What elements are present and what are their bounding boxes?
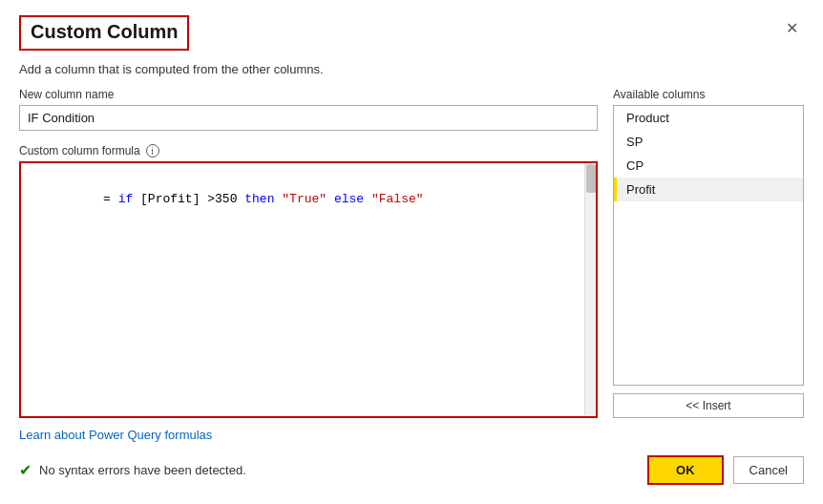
formula-scroll-thumb bbox=[586, 164, 596, 193]
content-area: New column name Custom column formula i … bbox=[0, 88, 823, 418]
insert-button[interactable]: << Insert bbox=[613, 393, 804, 418]
column-item-cp[interactable]: CP bbox=[614, 154, 803, 178]
formula-scrollbar[interactable] bbox=[584, 163, 596, 416]
status-row: ✔ No syntax errors have been detected. O… bbox=[19, 455, 804, 489]
footer-section: Learn about Power Query formulas ✔ No sy… bbox=[0, 418, 823, 504]
available-columns-label: Available columns bbox=[613, 88, 804, 101]
column-name-label: New column name bbox=[19, 88, 598, 101]
formula-label: Custom column formula bbox=[19, 144, 140, 158]
learn-link[interactable]: Learn about Power Query formulas bbox=[19, 428, 212, 442]
title-box: Custom Column bbox=[19, 15, 189, 51]
check-icon: ✔ bbox=[19, 461, 32, 479]
right-panel: Available columns Product SP CP Profit <… bbox=[613, 88, 804, 418]
formula-display[interactable]: = if [Profit] >350 then "True" else "Fal… bbox=[21, 163, 596, 235]
formula-container: = if [Profit] >350 then "True" else "Fal… bbox=[19, 161, 598, 418]
status-left: ✔ No syntax errors have been detected. bbox=[19, 461, 246, 479]
buttons-row: OK Cancel bbox=[647, 455, 804, 485]
dialog-title: Custom Column bbox=[31, 21, 178, 42]
dialog-subtitle: Add a column that is computed from the o… bbox=[0, 58, 823, 88]
left-panel: New column name Custom column formula i … bbox=[19, 88, 598, 418]
title-bar: Custom Column ✕ bbox=[0, 0, 823, 58]
ok-button[interactable]: OK bbox=[647, 455, 724, 485]
status-text: No syntax errors have been detected. bbox=[39, 463, 246, 477]
column-item-profit[interactable]: Profit bbox=[614, 178, 803, 201]
info-icon[interactable]: i bbox=[146, 144, 159, 158]
column-item-product[interactable]: Product bbox=[614, 106, 803, 130]
column-item-sp[interactable]: SP bbox=[614, 130, 803, 154]
column-name-input[interactable] bbox=[19, 105, 598, 131]
custom-column-dialog: Custom Column ✕ Add a column that is com… bbox=[0, 0, 823, 504]
columns-list: Product SP CP Profit bbox=[613, 105, 804, 386]
close-button[interactable]: ✕ bbox=[780, 17, 804, 39]
formula-label-row: Custom column formula i bbox=[19, 144, 598, 158]
cancel-button[interactable]: Cancel bbox=[733, 456, 804, 484]
